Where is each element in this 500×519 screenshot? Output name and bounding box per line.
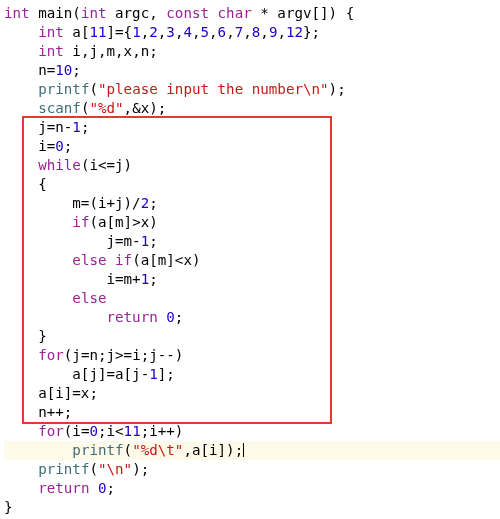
text-cursor [243, 443, 244, 457]
code-content: int main(int argc, const char * argv[]) … [4, 5, 500, 515]
code-block: int main(int argc, const char * argv[]) … [0, 0, 500, 517]
